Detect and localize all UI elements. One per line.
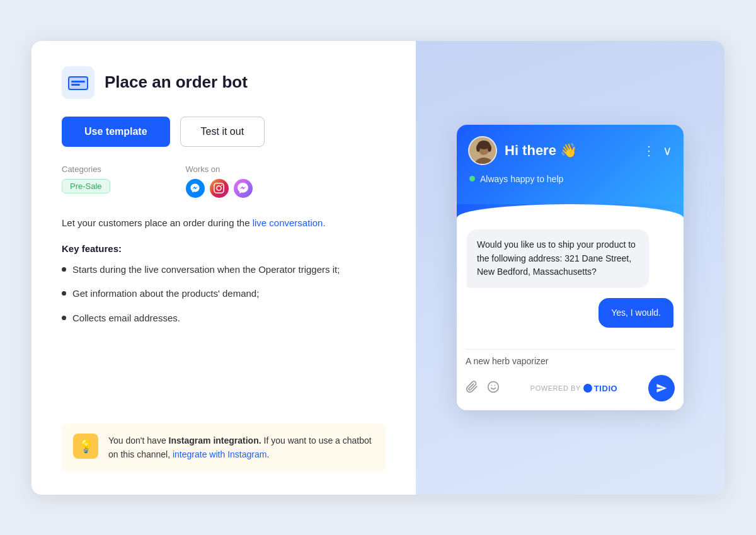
user-message: Yes, I would. xyxy=(598,298,673,328)
svg-rect-0 xyxy=(69,77,88,89)
emoji-button[interactable] xyxy=(487,381,500,396)
feature-text: Collects email addresses. xyxy=(72,311,180,326)
chat-footer-left xyxy=(466,381,500,396)
notice-link[interactable]: integrate with Instagram xyxy=(173,449,266,459)
bullet-icon xyxy=(62,291,66,296)
use-template-button[interactable]: Use template xyxy=(62,117,170,147)
bot-message: Would you like us to ship your product t… xyxy=(467,229,649,288)
right-panel: Hi there 👋 ⋮ ∨ Always happy to help xyxy=(416,41,724,495)
bullet-icon xyxy=(62,316,66,320)
send-button[interactable] xyxy=(648,375,675,401)
chat-header: Hi there 👋 ⋮ ∨ Always happy to help xyxy=(457,125,684,204)
powered-by: POWERED BY TIDIO xyxy=(530,384,618,393)
bullet-icon xyxy=(62,267,66,272)
notice-box: 💡 You don't have Instagram integration. … xyxy=(62,423,386,472)
messenger-icon xyxy=(186,179,205,198)
key-features-title: Key features: xyxy=(62,243,386,254)
description-text: Let your customers place an order during… xyxy=(62,217,253,228)
chevron-down-button[interactable]: ∨ xyxy=(663,144,672,157)
svg-point-8 xyxy=(476,144,480,152)
svg-point-9 xyxy=(488,144,491,152)
presale-badge: Pre-Sale xyxy=(62,179,110,193)
meta-row: Categories Pre-Sale Works on xyxy=(62,164,386,198)
status-text: Always happy to help xyxy=(480,174,563,184)
chat-avatar-name: Hi there 👋 xyxy=(468,136,577,165)
messages-flex: Would you like us to ship your product t… xyxy=(467,229,673,338)
feature-text: Starts during the live conversation when… xyxy=(72,263,340,277)
channel-icons-row xyxy=(186,179,253,198)
ellipsis-button[interactable]: ⋮ xyxy=(643,144,655,157)
feature-text: Get information about the products' dema… xyxy=(72,287,259,301)
chat-body: Would you like us to ship your product t… xyxy=(457,218,684,338)
powered-by-label: POWERED BY xyxy=(530,384,581,392)
chat-header-top: Hi there 👋 ⋮ ∨ xyxy=(468,136,672,165)
tidio-logo: TIDIO xyxy=(583,384,617,393)
features-list: Starts during the live conversation when… xyxy=(62,263,386,336)
chat-input-text[interactable]: A new herb vaporizer xyxy=(466,355,675,367)
bot-icon xyxy=(62,66,94,99)
svg-rect-3 xyxy=(71,84,80,86)
chat-header-actions: ⋮ ∨ xyxy=(643,144,672,157)
buttons-row: Use template Test it out xyxy=(62,117,386,147)
chat-status-bar: Always happy to help xyxy=(468,174,672,184)
works-on-col: Works on xyxy=(186,164,253,198)
notice-text-before: You don't have xyxy=(108,435,169,446)
svg-point-10 xyxy=(488,381,499,392)
description-link[interactable]: live conversation. xyxy=(253,217,326,228)
chat-widget: Hi there 👋 ⋮ ∨ Always happy to help xyxy=(457,125,684,410)
test-it-out-button[interactable]: Test it out xyxy=(180,117,265,147)
notice-icon: 💡 xyxy=(73,434,98,459)
svg-point-13 xyxy=(583,384,592,393)
notice-text: You don't have Instagram integration. If… xyxy=(108,434,374,462)
svg-rect-2 xyxy=(71,81,85,83)
fb-messenger-icon xyxy=(234,179,253,198)
description: Let your customers place an order during… xyxy=(62,216,386,231)
chat-divider xyxy=(466,349,675,350)
notice-text-end: . xyxy=(266,449,269,459)
list-item: Get information about the products' dema… xyxy=(62,287,386,301)
bot-title: Place an order bot xyxy=(105,72,248,92)
chat-greeting: Hi there 👋 xyxy=(505,142,577,159)
instagram-icon xyxy=(210,179,229,198)
bot-header: Place an order bot xyxy=(62,66,386,99)
list-item: Collects email addresses. xyxy=(62,311,386,326)
chat-input-area: A new herb vaporizer xyxy=(457,338,684,410)
chat-footer: POWERED BY TIDIO xyxy=(466,375,675,401)
chat-avatar xyxy=(468,136,497,165)
list-item: Starts during the live conversation when… xyxy=(62,263,386,277)
tidio-brand: TIDIO xyxy=(594,384,617,393)
notice-text-bold: Instagram integration. xyxy=(169,435,261,446)
status-dot xyxy=(469,176,475,181)
left-panel: Place an order bot Use template Test it … xyxy=(32,41,416,495)
categories-label: Categories xyxy=(62,164,110,174)
categories-col: Categories Pre-Sale xyxy=(62,164,110,193)
works-on-label: Works on xyxy=(186,164,253,174)
attach-button[interactable] xyxy=(466,381,478,396)
